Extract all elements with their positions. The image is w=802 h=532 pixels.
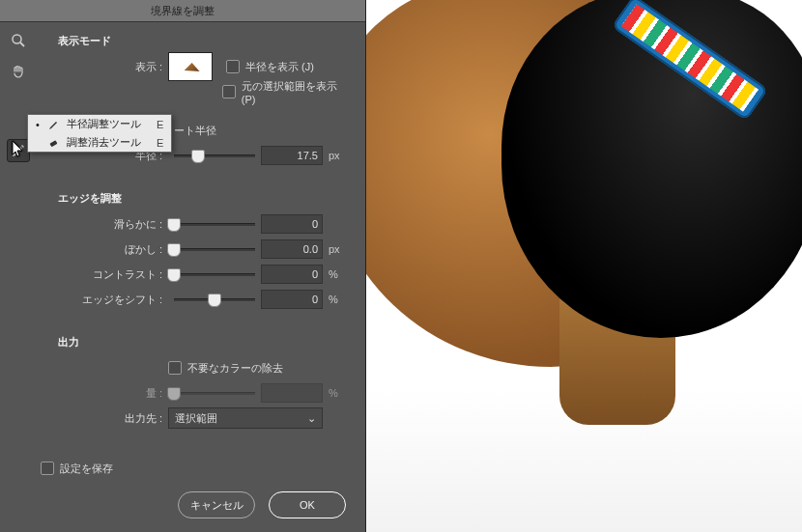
output-to-value: 選択範囲	[175, 411, 217, 426]
show-radius-checkbox[interactable]	[226, 60, 240, 73]
panel-body: 表示モード 表示 : 半径を表示 (J) 元の選択範囲を表示 (P) ート半径 …	[39, 22, 365, 478]
section-view-mode: 表示モード	[58, 34, 352, 48]
view-mode-thumbnail[interactable]	[168, 52, 213, 81]
section-output: 出力	[58, 335, 352, 350]
contrast-value[interactable]: 0	[261, 265, 323, 284]
shift-slider[interactable]	[174, 293, 255, 306]
brush-icon	[47, 118, 61, 131]
section-adjust-edge: エッジを調整	[58, 191, 352, 206]
dialog-title: 境界線を調整	[0, 0, 365, 22]
remember-checkbox[interactable]	[41, 462, 54, 475]
cancel-button[interactable]: キャンセル	[178, 491, 255, 518]
shift-unit: %	[329, 294, 352, 305]
smooth-label: 滑らかに :	[39, 217, 168, 232]
smooth-slider[interactable]	[174, 217, 255, 231]
svg-rect-2	[49, 140, 57, 147]
tool-flyout: • 半径調整ツール E 調整消去ツール E	[27, 114, 172, 153]
smart-radius-fragment: ート半径	[174, 124, 216, 138]
decontaminate-checkbox[interactable]	[168, 361, 182, 375]
show-radius-label: 半径を表示 (J)	[245, 60, 314, 74]
radius-unit: px	[329, 150, 352, 161]
chevron-down-icon: ⌄	[307, 412, 316, 425]
contrast-slider[interactable]	[174, 267, 255, 281]
flyout-item-erase-refinements[interactable]: 調整消去ツール E	[28, 133, 171, 152]
amount-unit: %	[329, 387, 352, 399]
feather-slider[interactable]	[174, 242, 255, 256]
zoom-tool[interactable]	[7, 29, 30, 52]
flyout-shortcut: E	[157, 119, 163, 130]
remember-label: 設定を保存	[60, 462, 113, 476]
flyout-shortcut: E	[157, 137, 163, 149]
shift-value[interactable]: 0	[261, 290, 323, 309]
output-to-label: 出力先 :	[39, 411, 168, 426]
radius-value[interactable]: 17.5	[261, 146, 323, 165]
amount-value	[261, 383, 323, 403]
amount-slider	[174, 386, 255, 400]
bullet-icon: •	[36, 119, 42, 130]
mouse-cursor	[12, 140, 25, 159]
show-original-checkbox[interactable]	[222, 85, 236, 98]
app-root: 境界線を調整 • 半径調整ツール E	[0, 0, 802, 532]
eraser-icon	[47, 136, 61, 150]
amount-label: 量 :	[39, 386, 168, 401]
decontaminate-label: 不要なカラーの除去	[187, 361, 283, 376]
output-to-select[interactable]: 選択範囲 ⌄	[168, 407, 323, 429]
contrast-label: コントラスト :	[39, 267, 168, 282]
feather-label: ぼかし :	[39, 242, 168, 257]
radius-slider[interactable]	[174, 149, 255, 162]
flyout-label: 調整消去ツール	[67, 135, 141, 150]
show-label: 表示 :	[39, 60, 168, 74]
flyout-item-refine-radius[interactable]: • 半径調整ツール E	[28, 115, 171, 133]
smooth-value[interactable]: 0	[261, 214, 323, 234]
shift-label: エッジをシフト :	[39, 293, 168, 307]
refine-edge-panel: 境界線を調整 • 半径調整ツール E	[0, 0, 366, 532]
feather-unit: px	[329, 243, 352, 255]
dialog-buttons: キャンセル OK	[0, 478, 365, 532]
flyout-label: 半径調整ツール	[67, 117, 141, 131]
contrast-unit: %	[329, 268, 352, 280]
svg-line-1	[20, 42, 24, 46]
hand-tool[interactable]	[7, 60, 30, 83]
feather-value[interactable]: 0.0	[261, 239, 323, 259]
svg-point-0	[13, 35, 21, 43]
image-canvas[interactable]	[366, 0, 802, 532]
ok-button[interactable]: OK	[269, 491, 346, 518]
show-original-label: 元の選択範囲を表示 (P)	[242, 79, 352, 105]
